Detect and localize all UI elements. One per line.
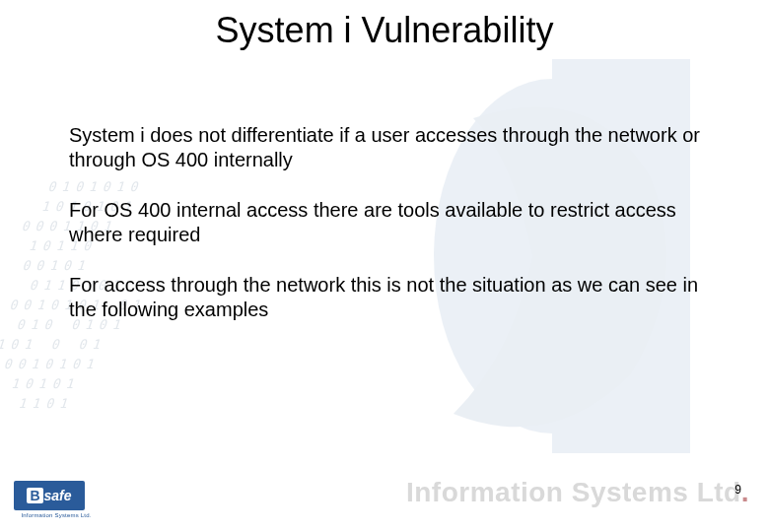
logo-caption: Information Systems Ltd. [14, 512, 99, 518]
slide: 0101010 1010101 0001101 10110 00101 0110… [0, 0, 769, 532]
logo-prefix: B [27, 488, 42, 503]
footer-brand-label: Information Systems Ltd [406, 477, 741, 507]
footer-logo: Bsafe Information Systems Ltd. [14, 481, 99, 524]
bsafe-logo-icon: Bsafe [14, 481, 85, 510]
footer-brand-text: Information Systems Ltd. [138, 477, 749, 508]
slide-title: System i Vulnerability [0, 10, 769, 51]
footer-brand-dot: . [741, 477, 749, 507]
slide-body: System i does not differentiate if a use… [69, 123, 720, 348]
page-number: 9 [734, 483, 741, 497]
paragraph: For access through the network this is n… [69, 273, 720, 322]
paragraph: System i does not differentiate if a use… [69, 123, 720, 172]
logo-main: safe [44, 488, 72, 503]
paragraph: For OS 400 internal access there are too… [69, 198, 720, 247]
